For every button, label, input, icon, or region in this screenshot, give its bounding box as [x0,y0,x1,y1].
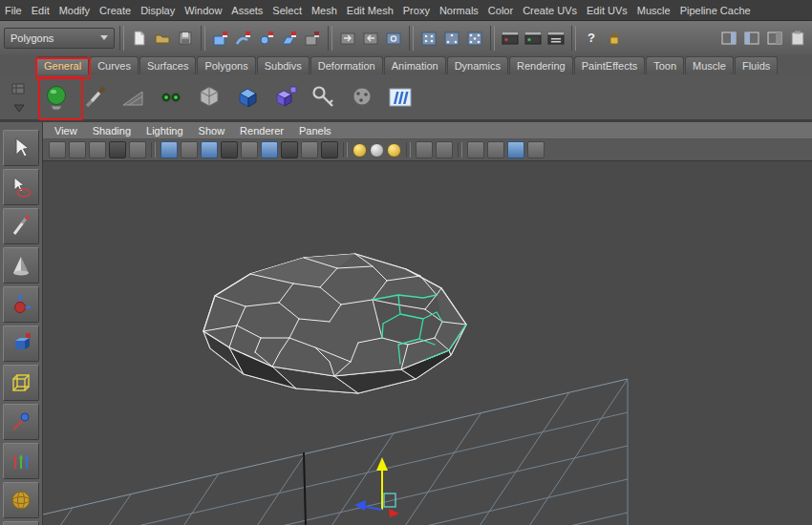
panel-menu-panels[interactable]: Panels [291,125,339,136]
shelf-tab-muscle[interactable]: Muscle [685,56,734,74]
last-tool-used-button[interactable] [3,443,39,479]
panel-menu-lighting[interactable]: Lighting [139,125,191,136]
paint-select-tool-button[interactable] [3,208,39,244]
menu-file[interactable]: File [0,5,27,16]
grid-display-icon[interactable] [160,141,178,158]
menu-mesh[interactable]: Mesh [307,5,342,16]
menu-create-uvs[interactable]: Create UVs [518,5,582,16]
menu-modify[interactable]: Modify [54,5,95,16]
universal-manipulator-tool-button[interactable] [3,365,39,401]
shaded-mode-icon[interactable] [321,141,338,158]
pane-layout-button[interactable] [3,521,39,525]
screwdriver-shelf-icon[interactable] [76,79,113,116]
subdiv-cube-shelf-icon[interactable] [267,79,304,116]
four-pane-icon[interactable] [507,141,524,158]
symmetry-y-icon[interactable] [441,28,462,49]
open-scene-icon[interactable] [152,28,173,49]
selection-mode-dropdown[interactable]: Polygons [4,28,115,49]
symmetry-x-icon[interactable] [418,28,439,49]
wire-sphere-shelf-icon[interactable] [344,79,380,116]
help-line-icon[interactable]: ? [581,28,602,49]
shelf-tab-dynamics[interactable]: Dynamics [447,56,508,74]
shelf-tab-deformation[interactable]: Deformation [310,56,383,74]
globe-tool-button[interactable] [3,482,39,518]
shelf-tab-subdivs[interactable]: Subdivs [257,56,310,74]
select-tool-button[interactable] [3,130,39,166]
render-current-frame-icon[interactable] [500,28,521,49]
keyboard-lock-icon[interactable] [604,28,625,49]
menu-create[interactable]: Create [95,5,136,16]
sidebar-attribute-editor-icon[interactable] [718,28,739,49]
make-live-icon[interactable] [302,28,323,49]
panel-menu-shading[interactable]: Shading [85,125,139,136]
new-scene-icon[interactable] [129,28,150,49]
menu-display[interactable]: Display [136,5,180,16]
wireframe-mode-icon[interactable] [301,141,318,158]
lasso-select-tool-button[interactable] [3,169,39,205]
ramp-plane-shelf-icon[interactable] [115,79,151,116]
use-all-lights-icon[interactable] [353,143,367,158]
field-chart-icon[interactable] [241,141,258,158]
menu-color[interactable]: Color [483,5,518,16]
panel-menu-view[interactable]: View [47,125,85,136]
save-scene-icon[interactable] [175,28,196,49]
viewport-perspective[interactable] [43,161,812,525]
camera-attributes-icon[interactable] [89,141,106,158]
construction-history-output-icon[interactable] [360,28,381,49]
construction-history-toggle-icon[interactable] [383,28,404,49]
isolate-select-icon[interactable] [467,141,484,158]
clipboard-icon[interactable] [787,28,808,49]
shelf-tab-animation[interactable]: Animation [384,56,446,74]
symmetry-z-icon[interactable] [464,28,485,49]
panel-menu-show[interactable]: Show [191,125,233,136]
resolution-gate-icon[interactable] [201,141,218,158]
image-plane-icon[interactable] [129,141,146,158]
menu-edit-mesh[interactable]: Edit Mesh [342,5,398,16]
shelf-tab-toon[interactable]: Toon [646,56,684,74]
lock-camera-icon[interactable] [69,141,86,158]
snap-to-curve-icon[interactable] [233,28,254,49]
single-pane-icon[interactable] [487,141,504,158]
menu-muscle[interactable]: Muscle [632,5,675,16]
sidebar-channel-box-icon[interactable] [764,28,785,49]
menu-edit[interactable]: Edit [27,5,54,16]
joint-xray-icon[interactable] [436,141,453,158]
default-material-icon[interactable] [370,143,384,158]
construction-history-input-icon[interactable] [337,28,358,49]
shelf-tab-rendering[interactable]: Rendering [509,56,573,74]
menu-normals[interactable]: Normals [435,5,483,16]
gate-mask-icon[interactable] [221,141,238,158]
menu-assets[interactable]: Assets [226,5,267,16]
xray-mode-icon[interactable] [416,141,433,158]
polygon-cube-shelf-icon[interactable] [229,79,266,116]
key-tool-shelf-icon[interactable] [306,79,342,116]
snap-to-point-icon[interactable] [256,28,277,49]
shelf-tab-painteffects[interactable]: PaintEffects [574,56,646,74]
snap-to-grid-icon[interactable] [210,28,231,49]
share-view-icon[interactable] [527,141,545,158]
menu-edit-uvs[interactable]: Edit UVs [582,5,632,16]
sphere-primitive-shelf-icon[interactable] [38,79,75,116]
menu-proxy[interactable]: Proxy [398,5,435,16]
sidebar-tool-settings-icon[interactable] [741,28,762,49]
menu-pipeline-cache[interactable]: Pipeline Cache [675,5,756,16]
bookmarks-icon[interactable] [109,141,126,158]
menu-select[interactable]: Select [267,5,307,16]
panel-menu-renderer[interactable]: Renderer [232,125,291,136]
scale-tool-button[interactable] [3,326,39,362]
safe-title-icon[interactable] [281,141,298,158]
textured-ball-icon[interactable] [387,143,401,158]
polyhedron-shelf-icon[interactable] [191,79,227,116]
shelf-tab-general[interactable]: General [36,56,89,74]
shelf-tab-polygons[interactable]: Polygons [197,56,255,74]
select-camera-icon[interactable] [49,141,66,158]
menu-window[interactable]: Window [180,5,226,16]
maya-logo-shelf-icon[interactable] [382,79,418,116]
safe-action-icon[interactable] [261,141,278,158]
show-manipulator-tool-button[interactable] [3,404,39,440]
snap-to-view-plane-icon[interactable] [279,28,300,49]
ipr-render-icon[interactable] [523,28,544,49]
shelf-tab-surfaces[interactable]: Surfaces [139,56,196,74]
film-gate-icon[interactable] [181,141,198,158]
render-settings-icon[interactable] [545,28,566,49]
